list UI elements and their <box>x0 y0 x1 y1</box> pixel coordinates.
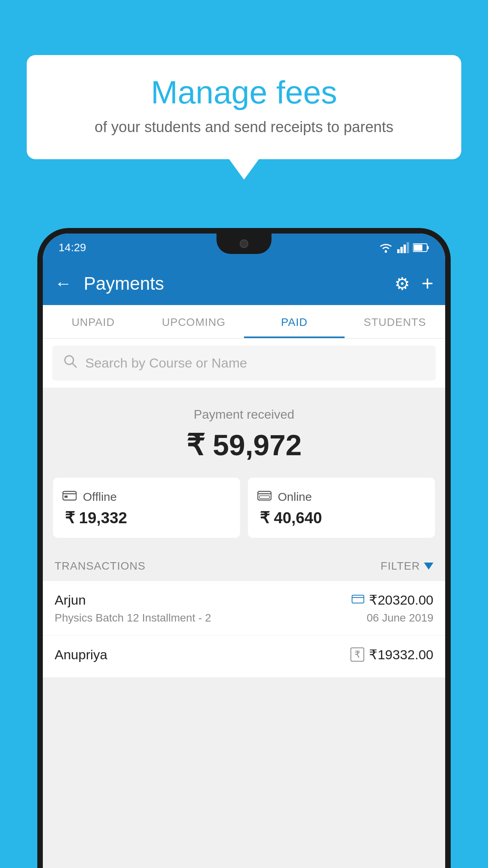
content-area: Search by Course or Name Payment receive… <box>43 338 445 868</box>
filter-icon <box>424 563 433 570</box>
payment-cards-row: ₹ Offline ₹ 19,332 <box>43 478 445 550</box>
payment-received-section: Payment received ₹ 59,972 <box>43 388 445 478</box>
svg-rect-3 <box>404 245 406 253</box>
svg-rect-1 <box>397 249 400 253</box>
tab-paid[interactable]: PAID <box>244 305 345 338</box>
online-card-header: Online <box>257 489 312 504</box>
search-bar[interactable]: Search by Course or Name <box>52 346 436 381</box>
signal-icon <box>397 242 409 253</box>
transaction-course: Physics Batch 12 Installment - 2 <box>55 612 211 624</box>
payment-received-amount: ₹ 59,972 <box>55 428 433 462</box>
bubble-title: Manage fees <box>50 75 438 110</box>
transaction-row-top: Arjun ₹20320.00 <box>55 592 433 608</box>
svg-point-0 <box>385 250 387 253</box>
offline-card-header: ₹ Offline <box>62 489 117 504</box>
back-button[interactable]: ← <box>55 274 72 293</box>
phone-frame: 14:29 <box>37 228 451 868</box>
payment-received-label: Payment received <box>55 407 433 422</box>
svg-text:₹: ₹ <box>65 495 68 499</box>
transaction-amount-2: ₹19332.00 <box>369 647 433 662</box>
online-amount: ₹ 40,640 <box>257 509 322 527</box>
transaction-item-arjun[interactable]: Arjun ₹20320.00 Physics <box>43 581 445 636</box>
transaction-name: Arjun <box>55 592 86 608</box>
svg-rect-17 <box>352 595 364 603</box>
svg-rect-6 <box>427 246 429 249</box>
offline-card: ₹ Offline ₹ 19,332 <box>53 478 240 538</box>
status-time: 14:29 <box>59 241 86 254</box>
transaction-amount-wrap: ₹20320.00 <box>352 592 433 608</box>
app-bar: ← Payments ⚙ + <box>43 262 445 305</box>
battery-icon <box>413 243 429 252</box>
tabs-bar: UNPAID UPCOMING PAID STUDENTS <box>43 305 445 338</box>
offline-icon: ₹ <box>62 489 77 504</box>
bubble-subtitle: of your students and send receipts to pa… <box>50 119 438 136</box>
svg-rect-16 <box>259 496 270 498</box>
transaction-row-top-2: Anupriya ₹ ₹19332.00 <box>55 647 433 662</box>
online-label: Online <box>278 490 312 504</box>
tab-students[interactable]: STUDENTS <box>345 305 445 338</box>
tab-unpaid[interactable]: UNPAID <box>43 305 143 338</box>
transactions-label: TRANSACTIONS <box>55 560 145 572</box>
phone-notch <box>216 234 272 254</box>
filter-label: FILTER <box>381 560 420 572</box>
transactions-header: TRANSACTIONS FILTER <box>43 550 445 581</box>
search-container: Search by Course or Name <box>43 338 445 388</box>
tab-upcoming[interactable]: UPCOMING <box>143 305 244 338</box>
settings-button[interactable]: ⚙ <box>394 274 410 294</box>
svg-rect-2 <box>400 247 403 253</box>
payment-mode-icon-cash: ₹ <box>350 647 364 662</box>
app-bar-icons: ⚙ + <box>394 272 433 295</box>
search-icon <box>63 354 77 372</box>
wifi-icon <box>378 242 393 253</box>
transaction-amount: ₹20320.00 <box>369 592 433 608</box>
online-card: Online ₹ 40,640 <box>248 478 435 538</box>
svg-rect-7 <box>414 245 422 251</box>
transaction-item-anupriya[interactable]: Anupriya ₹ ₹19332.00 <box>43 636 445 678</box>
camera <box>240 239 248 248</box>
transaction-date: 06 June 2019 <box>367 612 433 624</box>
payment-mode-icon-card <box>352 595 364 605</box>
svg-rect-4 <box>407 242 409 253</box>
search-input[interactable]: Search by Course or Name <box>85 355 247 371</box>
svg-line-9 <box>72 363 76 367</box>
filter-button[interactable]: FILTER <box>381 560 433 572</box>
app-bar-title: Payments <box>84 273 387 294</box>
transaction-detail-row: Physics Batch 12 Installment - 2 06 June… <box>55 612 433 624</box>
transaction-name-2: Anupriya <box>55 647 107 662</box>
offline-amount: ₹ 19,332 <box>62 509 127 527</box>
online-icon <box>257 489 272 504</box>
phone-screen: 14:29 <box>43 234 445 868</box>
transaction-amount-wrap-2: ₹ ₹19332.00 <box>350 647 433 662</box>
speech-bubble: Manage fees of your students and send re… <box>27 55 461 159</box>
status-icons <box>378 242 429 253</box>
offline-label: Offline <box>83 490 117 504</box>
background: Manage fees of your students and send re… <box>0 0 488 868</box>
add-button[interactable]: + <box>422 272 433 295</box>
